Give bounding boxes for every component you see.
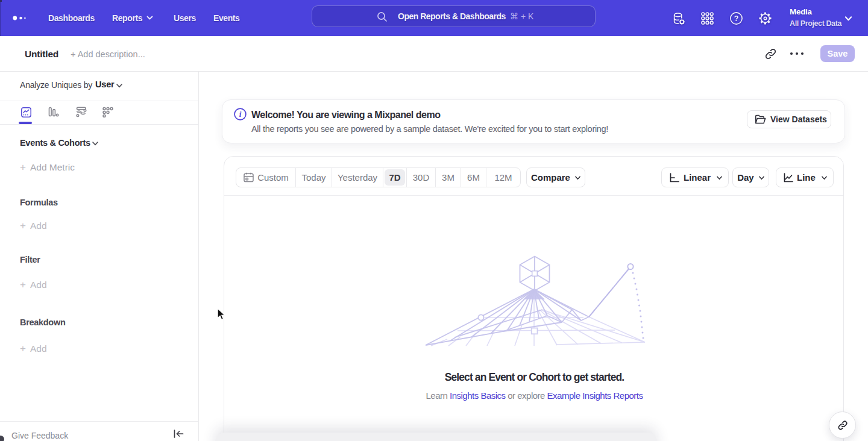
svg-text:?: ?: [734, 14, 739, 23]
svg-text:i: i: [239, 110, 242, 119]
